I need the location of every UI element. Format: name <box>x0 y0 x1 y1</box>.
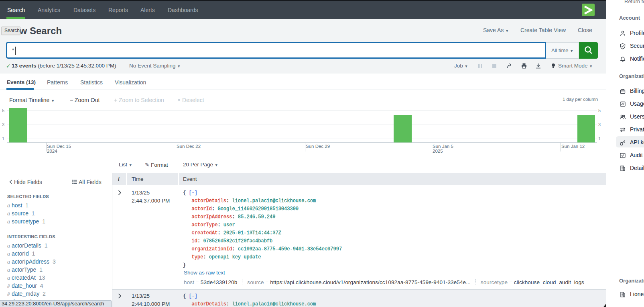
svg-text:3: 3 <box>598 122 601 127</box>
svg-text:Sun Dec 22: Sun Dec 22 <box>177 144 201 149</box>
svg-text:Sun Dec 15: Sun Dec 15 <box>47 144 71 149</box>
svg-text:1: 1 <box>598 136 601 141</box>
svg-text:5: 5 <box>2 108 4 113</box>
svg-text:2025: 2025 <box>433 149 443 154</box>
svg-text:5: 5 <box>598 108 601 113</box>
svg-text:2024: 2024 <box>47 149 57 154</box>
svg-text:Sun Dec 29: Sun Dec 29 <box>306 144 330 149</box>
svg-text:Sun Jan 5: Sun Jan 5 <box>433 144 453 149</box>
svg-text:1: 1 <box>2 136 4 141</box>
svg-text:Sun Jan 12: Sun Jan 12 <box>561 144 585 149</box>
svg-text:3: 3 <box>2 122 4 127</box>
